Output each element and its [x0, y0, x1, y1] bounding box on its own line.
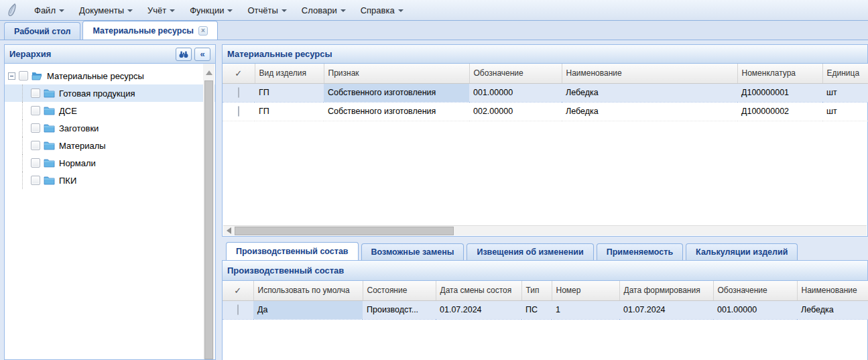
scrollbar-thumb[interactable]: [204, 80, 213, 359]
tab-label: Производственный состав: [236, 247, 349, 256]
tree-node-label: Заготовки: [59, 123, 99, 133]
row-checkbox[interactable]: [238, 106, 239, 117]
tab-label: Калькуляции изделий: [696, 247, 788, 257]
collapse-node-icon[interactable]: [8, 72, 15, 80]
menu-documents[interactable]: Документы: [72, 3, 140, 18]
caret-down-icon: [59, 9, 64, 12]
tree-checkbox[interactable]: [31, 176, 40, 185]
tab-label: Применяемость: [607, 247, 673, 257]
collapse-panel-button[interactable]: «: [194, 48, 210, 61]
material-resources-title: Материальные ресурсы: [227, 49, 332, 59]
column-header-name[interactable]: Наименование: [797, 281, 868, 300]
cell-designation[interactable]: 001.00000: [469, 83, 562, 102]
cell-use-by-default[interactable]: Да: [253, 300, 363, 319]
tab-production-composition[interactable]: Производственный состав: [226, 242, 359, 260]
menu-accounting[interactable]: Учёт: [140, 3, 182, 18]
cell-attribute[interactable]: Собственного изготовления: [324, 102, 469, 121]
cell-type[interactable]: ПС: [521, 300, 552, 319]
menu-file[interactable]: Файл: [27, 3, 72, 18]
scroll-up-icon[interactable]: [206, 70, 212, 75]
cell-name[interactable]: Лебедка: [562, 102, 737, 121]
select-all-column-header[interactable]: ✓: [223, 64, 255, 83]
tree-node-label: ПКИ: [59, 176, 76, 186]
cell-unit[interactable]: шт: [822, 83, 868, 102]
tree-node-blanks[interactable]: Заготовки: [5, 119, 215, 137]
cell-state[interactable]: Производст...: [363, 300, 436, 319]
row-checkbox-cell[interactable]: [223, 83, 255, 102]
material-resources-header: Материальные ресурсы: [223, 45, 867, 64]
tab-product-calculations[interactable]: Калькуляции изделий: [686, 243, 798, 260]
column-header-state[interactable]: Состояние: [363, 281, 436, 300]
column-header-name[interactable]: Наименование: [562, 64, 737, 83]
tree-node-root[interactable]: Материальные ресурсы: [5, 67, 215, 84]
cell-product-type[interactable]: ГП: [255, 102, 324, 121]
column-header-formation-date[interactable]: Дата формирования: [619, 281, 713, 300]
cell-number[interactable]: 1: [552, 300, 619, 319]
cell-designation[interactable]: 001.00000: [713, 300, 797, 319]
cell-nomenclature[interactable]: Д100000001: [737, 83, 822, 102]
tree-checkbox[interactable]: [31, 123, 40, 133]
tree-checkbox[interactable]: [31, 158, 40, 168]
row-checkbox-cell[interactable]: [223, 102, 255, 121]
cell-designation[interactable]: 002.00000: [469, 102, 562, 121]
tab-possible-replacements[interactable]: Возможные замены: [361, 243, 464, 260]
tree-node-label: Материалы: [59, 141, 106, 151]
table-row[interactable]: Да Производст... 01.07.2024 ПС 1 01.07.2…: [223, 300, 868, 319]
tree-checkbox[interactable]: [31, 106, 40, 115]
tree-node-normals[interactable]: Нормали: [5, 154, 215, 172]
tree-node-pki[interactable]: ПКИ: [5, 172, 215, 189]
menu-help[interactable]: Справка: [353, 3, 411, 18]
table-row[interactable]: ГП Собственного изготовления 001.00000 Л…: [223, 83, 868, 102]
grid-header-row: ✓ Вид изделия Признак Обозначение Наимен…: [223, 64, 868, 83]
tab-applicability[interactable]: Применяемость: [597, 243, 683, 260]
grid-horizontal-scrollbar[interactable]: [223, 225, 867, 235]
tree-search-button[interactable]: [176, 48, 192, 61]
collapse-left-icon: «: [200, 50, 204, 58]
cell-nomenclature[interactable]: Д100000002: [737, 102, 822, 121]
cell-unit[interactable]: шт: [822, 102, 868, 121]
column-header-designation[interactable]: Обозначение: [713, 281, 797, 300]
cell-product-type[interactable]: ГП: [255, 83, 324, 102]
close-icon[interactable]: ×: [198, 26, 208, 36]
scrollbar-thumb[interactable]: [235, 227, 454, 235]
tree-checkbox[interactable]: [31, 141, 40, 150]
row-checkbox[interactable]: [237, 304, 239, 315]
tree-vertical-scrollbar[interactable]: [203, 64, 214, 359]
column-header-type[interactable]: Тип: [521, 281, 552, 300]
tree-node-dse[interactable]: ДСЕ: [5, 102, 215, 119]
row-checkbox-cell[interactable]: [223, 300, 253, 319]
cell-name[interactable]: Лебедка: [797, 300, 868, 319]
menu-functions[interactable]: Функции: [182, 3, 240, 18]
column-header-designation[interactable]: Обозначение: [469, 64, 562, 83]
column-header-unit[interactable]: Единица: [822, 64, 868, 83]
tab-material-resources[interactable]: Материальные ресурсы ×: [82, 21, 218, 40]
caret-down-icon: [340, 9, 346, 12]
tree-node-finished-goods[interactable]: Готовая продукция: [5, 84, 215, 102]
cell-name[interactable]: Лебедка: [562, 83, 737, 102]
column-header-use-by-default[interactable]: Использовать по умолча: [253, 281, 363, 300]
select-all-column-header[interactable]: ✓: [223, 281, 253, 300]
tree-checkbox[interactable]: [19, 71, 28, 80]
scroll-left-icon[interactable]: [227, 227, 231, 234]
menu-dictionaries[interactable]: Словари: [294, 3, 353, 18]
menu-reports[interactable]: Отчёты: [240, 3, 294, 18]
cell-formation-date[interactable]: 01.07.2024: [619, 300, 713, 319]
cell-state-change-date[interactable]: 01.07.2024: [436, 300, 521, 319]
column-header-product-type[interactable]: Вид изделия: [255, 64, 324, 83]
table-row[interactable]: ГП Собственного изготовления 002.00000 Л…: [223, 102, 868, 121]
caret-down-icon: [398, 9, 404, 12]
tree-checkbox[interactable]: [31, 88, 40, 98]
cell-attribute[interactable]: Собственного изготовления: [324, 83, 469, 102]
column-header-attribute[interactable]: Признак: [324, 64, 469, 83]
folder-open-icon: [32, 71, 44, 80]
column-header-number[interactable]: Номер: [552, 281, 619, 300]
column-header-nomenclature[interactable]: Номенклатура: [737, 64, 822, 83]
tab-desktop[interactable]: Рабочий стол: [4, 22, 80, 40]
tree-node-materials[interactable]: Материалы: [5, 137, 215, 154]
column-header-state-change-date[interactable]: Дата смены состоя: [436, 281, 521, 300]
menu-file-label: Файл: [34, 5, 56, 15]
row-checkbox[interactable]: [238, 87, 239, 98]
menu-help-label: Справка: [361, 5, 395, 15]
production-composition-title: Производственный состав: [227, 265, 344, 276]
tab-change-notices[interactable]: Извещения об изменении: [467, 243, 593, 260]
